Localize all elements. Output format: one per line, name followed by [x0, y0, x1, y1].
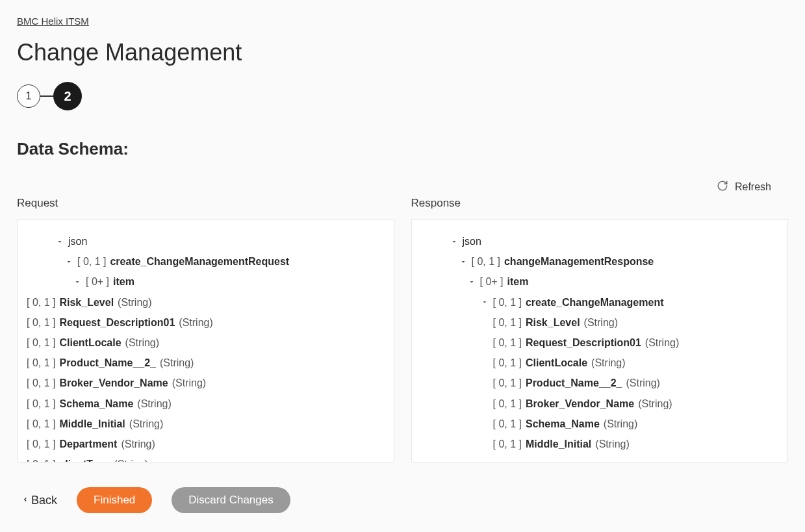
field-name: Broker_Vendor_Name: [59, 373, 168, 393]
tree-node[interactable]: [ 0+ ] item: [421, 272, 779, 292]
tree-leaf[interactable]: [ 0, 1 ] Risk_Level (String): [421, 312, 779, 333]
refresh-label: Refresh: [735, 181, 771, 193]
page-title: Change Management: [17, 39, 788, 66]
field-type: (String): [591, 353, 625, 373]
field-type: (String): [125, 333, 159, 353]
tree-node-label: item: [113, 272, 134, 292]
field-name: Broker_Vendor_Name: [526, 394, 634, 414]
field-name: Product_Name__2_: [59, 353, 156, 373]
request-schema-scroll[interactable]: json [ 0, 1 ] create_ChangeManagementReq…: [18, 220, 394, 462]
request-schema-box: json [ 0, 1 ] create_ChangeManagementReq…: [17, 219, 394, 462]
tree-node-label: changeManagementResponse: [504, 251, 654, 272]
discard-changes-button[interactable]: Discard Changes: [172, 487, 290, 513]
field-type: (String): [172, 373, 206, 393]
cardinality-label: [ 0, 1 ]: [493, 292, 522, 312]
field-name: Middle_Initial: [59, 414, 125, 434]
cardinality-label: [ 0, 1 ]: [493, 373, 522, 393]
field-type: (String): [121, 434, 155, 454]
tree-leaf[interactable]: [ 0, 1 ] Risk_Level (String): [27, 292, 385, 312]
field-type: (String): [160, 353, 194, 373]
field-name: clientType: [59, 454, 110, 462]
tree-leaf[interactable]: [ 0, 1 ] Schema_Name (String): [27, 394, 385, 414]
field-type: (String): [604, 414, 637, 434]
refresh-icon: [717, 180, 728, 194]
cardinality-label: [ 0, 1 ]: [27, 414, 55, 434]
tree-leaf[interactable]: [ 0, 1 ] Product_Name__2_ (String): [27, 353, 385, 373]
tree-node[interactable]: [ 0+ ] item: [27, 272, 385, 292]
step-2[interactable]: 2: [53, 82, 82, 110]
tree-leaf[interactable]: [ 0, 1 ] ClientLocale (String): [27, 333, 385, 353]
chevron-down-icon[interactable]: [55, 238, 64, 246]
cardinality-label: [ 0, 1 ]: [27, 353, 55, 373]
cardinality-label: [ 0+ ]: [480, 272, 504, 292]
field-name: Schema_Name: [59, 394, 133, 414]
section-heading: Data Schema:: [17, 139, 788, 159]
tree-leaf[interactable]: [ 0, 1 ] Middle_Initial (String): [421, 434, 779, 454]
chevron-down-icon[interactable]: [459, 258, 468, 266]
cardinality-label: [ 0, 1 ]: [493, 333, 522, 353]
tree-leaf[interactable]: [ 0, 1 ] Product_Name__2_ (String): [421, 373, 779, 393]
tree-leaf[interactable]: [ 0, 1 ] ClientLocale (String): [421, 353, 779, 373]
tree-leaf[interactable]: [ 0, 1 ] Request_Description01 (String): [421, 333, 779, 353]
back-label: Back: [31, 494, 57, 507]
back-button[interactable]: Back: [22, 494, 57, 507]
tree-leaf[interactable]: [ 0, 1 ] Broker_Vendor_Name (String): [421, 394, 779, 414]
tree-node-label: json: [68, 231, 87, 251]
cardinality-label: [ 0, 1 ]: [27, 394, 55, 414]
cardinality-label: [ 0, 1 ]: [27, 373, 55, 393]
tree-node-label: json: [463, 231, 481, 251]
cardinality-label: [ 0, 1 ]: [27, 434, 55, 454]
field-type: (String): [118, 292, 151, 312]
tree-leaf[interactable]: [ 0, 1 ] Department (String): [27, 434, 385, 454]
cardinality-label: [ 0, 1 ]: [493, 414, 522, 434]
cardinality-label: [ 0, 1 ]: [493, 312, 522, 333]
field-type: (String): [645, 333, 679, 353]
chevron-down-icon[interactable]: [480, 298, 489, 306]
field-name: Request_Description01: [59, 312, 175, 333]
cardinality-label: [ 0+ ]: [86, 272, 109, 292]
response-schema-scroll[interactable]: json [ 0, 1 ] changeManagementResponse […: [412, 220, 788, 462]
field-name: Request_Description01: [526, 333, 641, 353]
response-label: Response: [411, 197, 789, 210]
tree-leaf[interactable]: [ 0, 1 ] Request_Description01 (String): [27, 312, 385, 333]
chevron-down-icon[interactable]: [450, 238, 459, 246]
field-type: (String): [129, 414, 163, 434]
finished-button[interactable]: Finished: [77, 487, 152, 513]
step-connector: [40, 95, 53, 97]
tree-leaf[interactable]: [ 0, 1 ] Broker_Vendor_Name (String): [27, 373, 385, 393]
cardinality-label: [ 0, 1 ]: [493, 353, 522, 373]
tree-node[interactable]: [ 0, 1 ] create_ChangeManagement: [421, 292, 779, 312]
cardinality-label: [ 0, 1 ]: [493, 394, 522, 414]
tree-node-label: item: [507, 272, 529, 292]
response-schema-box: json [ 0, 1 ] changeManagementResponse […: [411, 219, 789, 462]
cardinality-label: [ 0, 1 ]: [27, 312, 55, 333]
chevron-down-icon[interactable]: [467, 278, 476, 286]
refresh-button[interactable]: Refresh: [17, 180, 788, 194]
tree-leaf[interactable]: [ 0, 1 ] Schema_Name (String): [421, 414, 779, 434]
cardinality-label: [ 0, 1 ]: [27, 333, 55, 353]
field-type: (String): [137, 394, 171, 414]
chevron-down-icon[interactable]: [64, 258, 73, 266]
field-type: (String): [595, 434, 629, 454]
tree-leaf[interactable]: [ 0, 1 ] Middle_Initial (String): [27, 414, 385, 434]
tree-root[interactable]: json: [27, 231, 385, 251]
field-type: (String): [114, 454, 147, 462]
step-1[interactable]: 1: [17, 84, 40, 108]
cardinality-label: [ 0, 1 ]: [27, 454, 55, 462]
cardinality-label: [ 0, 1 ]: [493, 434, 522, 454]
tree-node[interactable]: [ 0, 1 ] create_ChangeManagementRequest: [27, 251, 385, 272]
field-type: (String): [638, 394, 672, 414]
tree-node[interactable]: [ 0, 1 ] changeManagementResponse: [421, 251, 779, 272]
chevron-down-icon[interactable]: [73, 278, 82, 286]
field-name: Risk_Level: [59, 292, 114, 312]
tree-node-label: create_ChangeManagement: [526, 292, 664, 312]
cardinality-label: [ 0, 1 ]: [77, 251, 106, 272]
field-name: ClientLocale: [59, 333, 121, 353]
tree-root[interactable]: json: [421, 231, 779, 251]
field-type: (String): [626, 373, 659, 393]
breadcrumb[interactable]: BMC Helix ITSM: [17, 16, 89, 27]
field-name: Middle_Initial: [526, 434, 591, 454]
tree-leaf[interactable]: [ 0, 1 ] clientType (String): [27, 454, 385, 462]
request-label: Request: [17, 197, 394, 210]
stepper: 1 2: [17, 82, 788, 110]
